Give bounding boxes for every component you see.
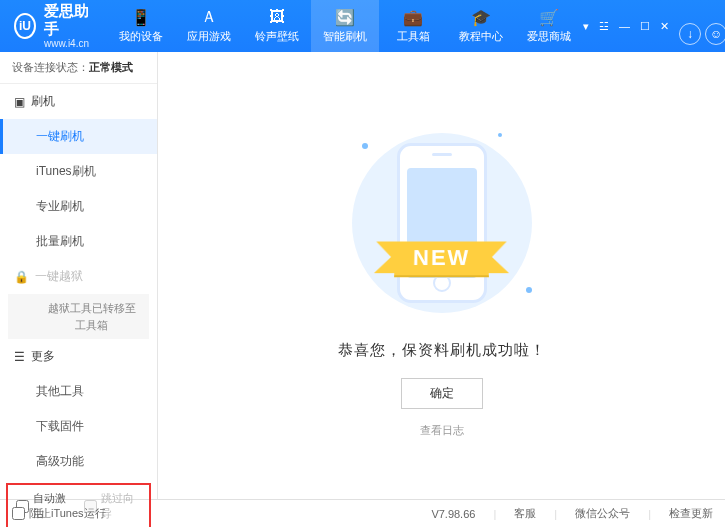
sidebar-item-advanced[interactable]: 高级功能 [0,444,157,479]
menu-icon[interactable]: ▾ [583,20,589,33]
nav-flash[interactable]: 🔄智能刷机 [311,0,379,52]
sidebar-section-jailbreak: 🔒 一键越狱 [0,259,157,294]
close-icon[interactable]: ✕ [660,20,669,33]
logo-icon: iU [14,13,36,39]
sidebar-item-oneclick-flash[interactable]: 一键刷机 [0,119,157,154]
nav-tutorial[interactable]: 🎓教程中心 [447,0,515,52]
new-ribbon: NEW [394,241,489,275]
lock-icon: 🔒 [14,270,29,284]
sidebar: 设备连接状态：正常模式 ▣ 刷机 一键刷机 iTunes刷机 专业刷机 批量刷机… [0,52,158,499]
window-controls: ▾ ☳ — ☐ ✕ [583,20,669,33]
sidebar-section-flash[interactable]: ▣ 刷机 [0,84,157,119]
sidebar-item-batch-flash[interactable]: 批量刷机 [0,224,157,259]
store-icon: 🛒 [540,8,558,26]
footer-link-support[interactable]: 客服 [514,506,536,521]
success-message: 恭喜您，保资料刷机成功啦！ [338,341,546,360]
header: iU 爱思助手 www.i4.cn 📱我的设备 Ａ应用游戏 🖼铃声壁纸 🔄智能刷… [0,0,725,52]
flash-section-icon: ▣ [14,95,25,109]
device-icon: 📱 [132,8,150,26]
top-nav: 📱我的设备 Ａ应用游戏 🖼铃声壁纸 🔄智能刷机 💼工具箱 🎓教程中心 🛒爱思商城 [107,0,583,52]
nav-toolbox[interactable]: 💼工具箱 [379,0,447,52]
toolbox-icon: 💼 [404,8,422,26]
view-log-link[interactable]: 查看日志 [420,423,464,438]
version-label: V7.98.66 [431,508,475,520]
brand-title: 爱思助手 [44,2,93,38]
ok-button[interactable]: 确定 [401,378,483,409]
download-button[interactable]: ↓ [679,23,701,45]
more-icon: ☰ [14,350,25,364]
logo-area: iU 爱思助手 www.i4.cn [0,2,107,50]
sidebar-item-other-tools[interactable]: 其他工具 [0,374,157,409]
footer-link-update[interactable]: 检查更新 [669,506,713,521]
connection-status: 设备连接状态：正常模式 [0,52,157,84]
feedback-icon[interactable]: ☳ [599,20,609,33]
phone-graphic [397,143,487,303]
jailbreak-note: 越狱工具已转移至 工具箱 [8,294,149,339]
tutorial-icon: 🎓 [472,8,490,26]
sidebar-section-more[interactable]: ☰ 更多 [0,339,157,374]
wallpaper-icon: 🖼 [268,8,286,26]
brand-url: www.i4.cn [44,38,93,50]
maximize-icon[interactable]: ☐ [640,20,650,33]
minimize-icon[interactable]: — [619,20,630,32]
nav-ringtone[interactable]: 🖼铃声壁纸 [243,0,311,52]
block-itunes-checkbox[interactable]: 阻止iTunes运行 [12,506,106,521]
sidebar-item-download-firmware[interactable]: 下载固件 [0,409,157,444]
success-illustration: NEW [332,123,552,323]
nav-apps[interactable]: Ａ应用游戏 [175,0,243,52]
nav-store[interactable]: 🛒爱思商城 [515,0,583,52]
sidebar-item-itunes-flash[interactable]: iTunes刷机 [0,154,157,189]
nav-my-device[interactable]: 📱我的设备 [107,0,175,52]
flash-icon: 🔄 [336,8,354,26]
account-button[interactable]: ☺ [705,23,725,45]
sidebar-item-pro-flash[interactable]: 专业刷机 [0,189,157,224]
main-content: NEW 恭喜您，保资料刷机成功啦！ 确定 查看日志 [158,52,725,499]
apps-icon: Ａ [200,8,218,26]
footer-link-wechat[interactable]: 微信公众号 [575,506,630,521]
